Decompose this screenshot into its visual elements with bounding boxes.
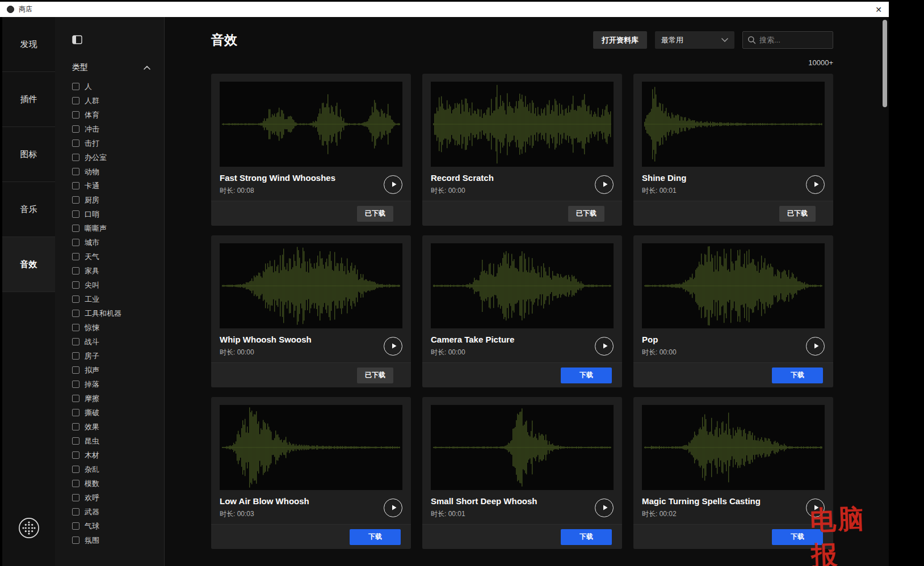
play-button[interactable]: [595, 499, 614, 517]
sidebar-item-sound-effects[interactable]: 音效: [2, 237, 55, 292]
filter-checkbox[interactable]: [72, 310, 79, 317]
filter-option-row[interactable]: 木材: [72, 448, 150, 462]
play-button[interactable]: [595, 337, 614, 356]
filter-checkbox[interactable]: [72, 508, 79, 516]
filter-checkbox[interactable]: [72, 494, 79, 501]
filter-checkbox[interactable]: [72, 267, 79, 274]
filter-option-row[interactable]: 掉落: [72, 377, 150, 391]
filter-checkbox[interactable]: [72, 451, 79, 459]
filter-checkbox[interactable]: [72, 182, 79, 189]
download-button[interactable]: 已下载: [357, 206, 393, 222]
sound-duration: 时长: 00:00: [642, 348, 677, 357]
filter-checkbox[interactable]: [72, 196, 79, 204]
filter-option-row[interactable]: 人: [72, 79, 150, 94]
download-button[interactable]: 已下载: [357, 368, 393, 383]
download-button[interactable]: 下载: [350, 529, 401, 545]
filter-checkbox[interactable]: [72, 352, 79, 360]
sidebar-item-plugins[interactable]: 插件: [2, 72, 55, 127]
filter-option-row[interactable]: 城市: [72, 235, 150, 250]
filter-checkbox[interactable]: [72, 522, 79, 530]
filter-checkbox[interactable]: [72, 97, 79, 104]
filter-option-row[interactable]: 尖叫: [72, 278, 150, 292]
filter-option-row[interactable]: 卡通: [72, 179, 150, 193]
filter-option-row[interactable]: 办公室: [72, 150, 150, 164]
filter-option-row[interactable]: 击打: [72, 136, 150, 150]
filter-checkbox[interactable]: [72, 466, 79, 473]
scrollbar-thumb[interactable]: [883, 20, 887, 107]
filter-option-row[interactable]: 模数: [72, 476, 150, 491]
sidebar-item-music[interactable]: 音乐: [2, 182, 55, 237]
play-button[interactable]: [384, 337, 402, 356]
collapse-panel-icon[interactable]: [72, 35, 150, 47]
play-button[interactable]: [384, 175, 402, 194]
filter-checkbox[interactable]: [72, 423, 79, 430]
filter-checkbox[interactable]: [72, 253, 79, 260]
filter-option-row[interactable]: 氛围: [72, 533, 150, 547]
filter-checkbox[interactable]: [72, 140, 79, 147]
apps-grid-icon[interactable]: [18, 517, 40, 541]
filter-option-row[interactable]: 拟声: [72, 363, 150, 377]
filter-option-row[interactable]: 工具和机器: [72, 306, 150, 320]
filter-option-row[interactable]: 厨房: [72, 193, 150, 207]
play-button[interactable]: [806, 337, 825, 356]
filter-checkbox[interactable]: [72, 437, 79, 445]
filter-option-row[interactable]: 口哨: [72, 207, 150, 221]
sidebar-item-discover[interactable]: 发现: [2, 17, 55, 72]
download-button[interactable]: 已下载: [568, 206, 604, 222]
filter-option-row[interactable]: 体育: [72, 108, 150, 122]
filter-option-row[interactable]: 房子: [72, 349, 150, 363]
filter-option-row[interactable]: 撕破: [72, 406, 150, 420]
sidebar-item-icons[interactable]: 图标: [2, 127, 55, 182]
filter-checkbox[interactable]: [72, 168, 79, 175]
filter-checkbox[interactable]: [72, 480, 79, 487]
filter-option-row[interactable]: 摩擦: [72, 391, 150, 406]
filter-option-row[interactable]: 效果: [72, 420, 150, 434]
filter-checkbox[interactable]: [72, 210, 79, 218]
search-input[interactable]: [759, 36, 828, 44]
filter-option-row[interactable]: 动物: [72, 164, 150, 179]
filter-checkbox[interactable]: [72, 125, 79, 133]
filter-checkbox[interactable]: [72, 409, 79, 416]
filter-option-row[interactable]: 气球: [72, 519, 150, 533]
filter-option-row[interactable]: 人群: [72, 94, 150, 108]
play-button[interactable]: [806, 499, 825, 517]
filter-option-row[interactable]: 战斗: [72, 335, 150, 349]
filter-checkbox[interactable]: [72, 338, 79, 345]
download-button[interactable]: 下载: [772, 529, 823, 545]
play-button[interactable]: [595, 175, 614, 194]
filter-checkbox[interactable]: [72, 395, 79, 402]
filter-checkbox[interactable]: [72, 154, 79, 161]
filter-checkbox[interactable]: [72, 295, 79, 303]
filter-option-row[interactable]: 惊悚: [72, 320, 150, 335]
filter-option-row[interactable]: 欢呼: [72, 491, 150, 505]
filter-option-row[interactable]: 昆虫: [72, 434, 150, 448]
play-button[interactable]: [384, 499, 402, 517]
filter-checkbox[interactable]: [72, 537, 79, 544]
filter-checkbox[interactable]: [72, 111, 79, 119]
filter-checkbox[interactable]: [72, 239, 79, 246]
filter-checkbox[interactable]: [72, 83, 79, 90]
download-button[interactable]: 下载: [772, 368, 823, 383]
play-button[interactable]: [806, 175, 825, 194]
filter-checkbox[interactable]: [72, 324, 79, 331]
filter-option-row[interactable]: 天气: [72, 250, 150, 264]
sort-dropdown[interactable]: 最常用: [655, 31, 734, 49]
waveform-container: [220, 82, 402, 167]
download-button[interactable]: 已下载: [779, 206, 816, 222]
download-button[interactable]: 下载: [561, 368, 612, 383]
filter-option-row[interactable]: 杂乱: [72, 462, 150, 476]
filter-section-header[interactable]: 类型: [72, 62, 150, 73]
filter-checkbox[interactable]: [72, 225, 79, 232]
filter-option-row[interactable]: 嘶嘶声: [72, 221, 150, 235]
open-library-button[interactable]: 打开资料库: [593, 31, 647, 49]
filter-checkbox[interactable]: [72, 281, 79, 289]
waveform-container: [642, 405, 825, 490]
download-button[interactable]: 下载: [561, 529, 612, 545]
filter-checkbox[interactable]: [72, 381, 79, 388]
filter-checkbox[interactable]: [72, 366, 79, 374]
filter-option-row[interactable]: 武器: [72, 505, 150, 519]
filter-option-row[interactable]: 冲击: [72, 122, 150, 136]
filter-option-row[interactable]: 家具: [72, 264, 150, 278]
filter-option-row[interactable]: 工业: [72, 292, 150, 306]
close-button[interactable]: ✕: [875, 6, 882, 14]
